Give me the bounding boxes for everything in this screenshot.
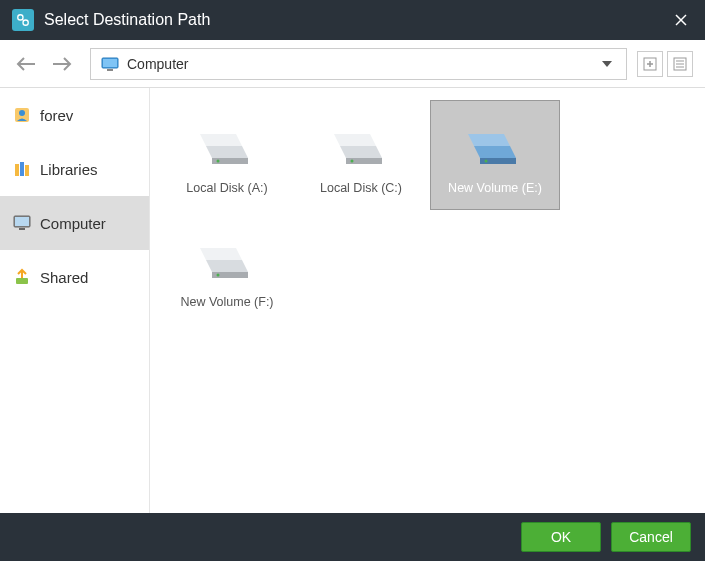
drive-item[interactable]: Local Disk (A:) <box>162 100 292 210</box>
chevron-down-icon <box>602 61 612 67</box>
footer: OK Cancel <box>0 513 705 561</box>
sidebar-item-label: Computer <box>40 215 106 232</box>
svg-point-46 <box>217 274 220 277</box>
close-icon <box>674 13 688 27</box>
path-text: Computer <box>127 56 598 72</box>
arrow-right-icon <box>51 56 73 72</box>
drive-icon <box>197 237 257 287</box>
user-icon <box>12 105 32 125</box>
svg-marker-27 <box>206 146 248 158</box>
svg-point-36 <box>351 160 354 163</box>
svg-rect-26 <box>16 278 28 284</box>
drive-item[interactable]: New Volume (F:) <box>162 214 292 324</box>
svg-rect-22 <box>25 165 29 176</box>
sidebar-item-libraries[interactable]: Libraries <box>0 142 149 196</box>
computer-icon <box>101 57 119 71</box>
svg-marker-28 <box>200 134 242 146</box>
sidebar-item-shared[interactable]: Shared <box>0 250 149 304</box>
arrow-left-icon <box>15 56 37 72</box>
drive-item[interactable]: New Volume (E:) <box>430 100 560 210</box>
sidebar: forev Libraries Computer Shared <box>0 88 150 513</box>
svg-point-41 <box>485 160 488 163</box>
svg-marker-10 <box>602 61 612 67</box>
shared-icon <box>12 267 32 287</box>
computer-icon <box>12 213 32 233</box>
dialog-window: Select Destination Path Computer <box>0 0 705 561</box>
svg-rect-21 <box>20 162 24 176</box>
titlebar: Select Destination Path <box>0 0 705 40</box>
nav-arrows <box>12 50 76 78</box>
svg-marker-37 <box>474 146 516 158</box>
app-icon <box>12 9 34 31</box>
libraries-icon <box>12 159 32 179</box>
drive-label: Local Disk (A:) <box>186 181 267 195</box>
close-button[interactable] <box>669 8 693 32</box>
ok-button[interactable]: OK <box>521 522 601 552</box>
view-list-button[interactable] <box>667 51 693 77</box>
cancel-button[interactable]: Cancel <box>611 522 691 552</box>
svg-marker-33 <box>334 134 376 146</box>
drive-label: New Volume (E:) <box>448 181 542 195</box>
drive-item[interactable]: Local Disk (C:) <box>296 100 426 210</box>
forward-button[interactable] <box>48 50 76 78</box>
sidebar-item-user[interactable]: forev <box>0 88 149 142</box>
svg-point-31 <box>217 160 220 163</box>
path-bar[interactable]: Computer <box>90 48 627 80</box>
drive-icon <box>331 123 391 173</box>
svg-marker-42 <box>206 260 248 272</box>
drive-label: Local Disk (C:) <box>320 181 402 195</box>
dialog-body: forev Libraries Computer Shared <box>0 88 705 513</box>
svg-marker-32 <box>340 146 382 158</box>
svg-rect-25 <box>19 228 25 230</box>
svg-rect-20 <box>15 164 19 176</box>
path-dropdown[interactable] <box>598 61 616 67</box>
svg-line-2 <box>22 19 24 21</box>
svg-marker-38 <box>468 134 510 146</box>
sidebar-item-label: Shared <box>40 269 88 286</box>
list-icon <box>673 57 687 71</box>
sidebar-item-computer[interactable]: Computer <box>0 196 149 250</box>
drive-icon <box>465 123 525 173</box>
dialog-title: Select Destination Path <box>44 11 669 29</box>
sidebar-item-label: Libraries <box>40 161 98 178</box>
drive-label: New Volume (F:) <box>180 295 273 309</box>
drive-icon <box>197 123 257 173</box>
svg-point-19 <box>19 110 25 116</box>
svg-rect-8 <box>103 59 117 67</box>
back-button[interactable] <box>12 50 40 78</box>
plus-icon <box>643 57 657 71</box>
toolbar: Computer <box>0 40 705 88</box>
svg-marker-43 <box>200 248 242 260</box>
new-folder-button[interactable] <box>637 51 663 77</box>
svg-rect-9 <box>107 69 113 71</box>
drive-grid: Local Disk (A:) Local Disk (C:) New Volu… <box>150 88 705 513</box>
svg-rect-24 <box>15 217 29 226</box>
toolbar-actions <box>637 51 693 77</box>
sidebar-item-label: forev <box>40 107 73 124</box>
